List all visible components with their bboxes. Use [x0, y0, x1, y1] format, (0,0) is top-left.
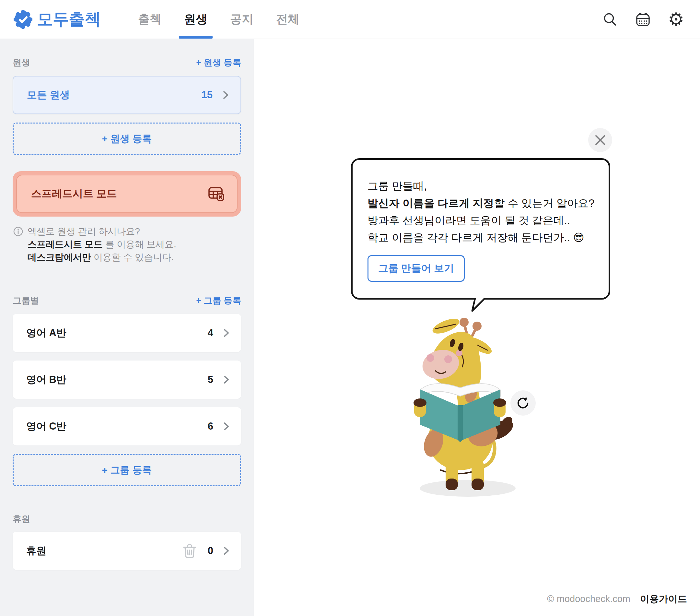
spreadsheet-mode-label: 스프레드시트 모드: [31, 187, 117, 201]
group-row-english-c[interactable]: 영어 C반 6: [13, 407, 241, 445]
top-navbar: 모두출첵 출첵 원생 공지 전체: [0, 0, 700, 39]
brand-name: 모두출첵: [37, 9, 100, 30]
tab-notice[interactable]: 공지: [230, 0, 253, 39]
info-line-2: 스프레드시트 모드 를 이용해 보세요.: [27, 238, 176, 251]
spreadsheet-info-note: 엑셀로 원생 관리 하시나요? 스프레드시트 모드 를 이용해 보세요. 데스크…: [13, 225, 241, 264]
close-icon: [594, 134, 607, 146]
students-section-label: 원생: [13, 57, 30, 69]
groups-section-label: 그룹별: [13, 295, 39, 306]
register-student-link[interactable]: + 원생 등록: [196, 57, 241, 69]
tooltip-bubble: 그룹 만들때, 발신자 이름을 다르게 지정할 수 있는거 알아요? 방과후 선…: [351, 158, 610, 299]
tooltip-line-3: 방과후 선생님이라면 도움이 될 것 같은데..: [367, 212, 599, 229]
inactive-row[interactable]: 휴원 0: [13, 532, 241, 570]
calendar-icon[interactable]: [635, 11, 651, 28]
chevron-right-icon: [223, 375, 230, 384]
chevron-right-icon: [223, 421, 230, 431]
tab-attendance[interactable]: 출첵: [138, 0, 161, 39]
tooltip-line-1: 그룹 만들때,: [367, 177, 599, 195]
spreadsheet-mode-highlight: 스프레드시트 모드: [13, 171, 241, 217]
inactive-section-label: 휴원: [13, 513, 30, 525]
group-row-english-b[interactable]: 영어 B반 5: [13, 360, 241, 399]
refresh-icon: [516, 396, 530, 410]
tooltip-line-4: 학교 이름을 각각 다르게 저장해 둔다던가.. 😎: [367, 229, 599, 246]
copyright-text: © modoocheck.com: [547, 594, 630, 604]
info-line-3: 데스크탑에서만 이용할 수 있습니다.: [27, 251, 176, 264]
usage-guide-link[interactable]: 이용가이드: [640, 593, 687, 606]
info-line-1: 엑셀로 원생 관리 하시나요?: [27, 225, 176, 238]
nav-icon-group: ⚙: [601, 11, 685, 28]
tab-all[interactable]: 전체: [276, 0, 299, 39]
main-content: 그룹 만들때, 발신자 이름을 다르게 지정할 수 있는거 알아요? 방과후 선…: [254, 39, 700, 616]
tooltip-line-2: 발신자 이름을 다르게 지정할 수 있는거 알아요?: [367, 195, 599, 212]
footer: © modoocheck.com 이용가이드: [547, 593, 687, 606]
spreadsheet-icon: [207, 185, 225, 203]
close-tooltip-button[interactable]: [588, 128, 612, 152]
register-student-button[interactable]: + 원생 등록: [13, 123, 241, 155]
search-icon[interactable]: [601, 11, 618, 28]
register-group-link[interactable]: + 그룹 등록: [196, 295, 241, 306]
verified-badge-icon: [14, 10, 33, 29]
all-students-count: 15: [202, 89, 213, 101]
brand-logo[interactable]: 모두출첵: [14, 9, 100, 30]
app-window: 모두출첵 출첵 원생 공지 전체: [0, 0, 700, 616]
chevron-right-icon: [223, 546, 230, 556]
trash-icon[interactable]: [183, 543, 197, 559]
sidebar: 원생 + 원생 등록 모든 원생 15 + 원생 등록 스프레드시트 모드: [0, 39, 254, 616]
create-group-button[interactable]: 그룹 만들어 보기: [367, 255, 465, 282]
refresh-button[interactable]: [510, 390, 536, 416]
register-group-button[interactable]: + 그룹 등록: [13, 454, 241, 486]
settings-gear-icon[interactable]: ⚙: [667, 11, 685, 28]
all-students-label: 모든 원생: [27, 88, 70, 102]
chevron-right-icon: [223, 328, 230, 338]
spreadsheet-mode-button[interactable]: 스프레드시트 모드: [16, 175, 238, 213]
group-row-english-a[interactable]: 영어 A반 4: [13, 314, 241, 352]
chevron-right-icon: [222, 90, 229, 100]
group-list: 영어 A반 4 영어 B반 5 영어 C반 6: [13, 314, 241, 445]
all-students-row[interactable]: 모든 원생 15: [13, 76, 241, 114]
nav-tabs: 출첵 원생 공지 전체: [138, 0, 299, 39]
tab-students[interactable]: 원생: [184, 0, 208, 39]
info-icon: [13, 226, 23, 264]
